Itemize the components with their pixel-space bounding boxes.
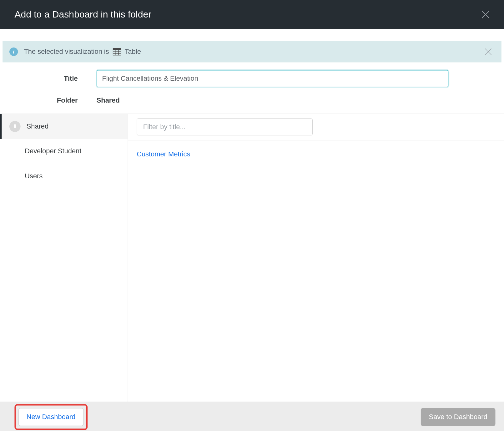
viz-type-label: Table (125, 48, 141, 55)
highlight-annotation: New Dashboard (14, 404, 87, 430)
sidebar-item-shared[interactable]: Shared (0, 114, 128, 139)
new-dashboard-button[interactable]: New Dashboard (18, 408, 84, 426)
dashboard-item[interactable]: Customer Metrics (137, 149, 496, 160)
folder-sidebar: Shared Developer Student Users (0, 114, 128, 402)
title-input[interactable] (97, 70, 449, 87)
dialog-header: Add to a Dashboard in this folder (0, 0, 504, 29)
save-to-dashboard-button[interactable]: Save to Dashboard (421, 408, 496, 426)
title-row: Title (0, 70, 504, 87)
svg-rect-0 (113, 48, 121, 50)
info-prefix: The selected visualization is (24, 48, 109, 55)
info-icon: i (9, 48, 18, 56)
spacer (0, 29, 504, 41)
dismiss-info-icon[interactable] (483, 47, 493, 56)
info-text: The selected visualization is Table (24, 48, 141, 56)
form-section: Title Folder Shared (0, 62, 504, 114)
folder-row: Folder Shared (0, 97, 504, 104)
sidebar-item-users[interactable]: Users (0, 164, 128, 188)
pin-icon (9, 121, 21, 132)
dashboard-list-panel: Customer Metrics (128, 114, 504, 402)
dialog-title: Add to a Dashboard in this folder (14, 9, 151, 20)
title-label: Title (0, 75, 97, 83)
sidebar-item-label: Users (25, 172, 43, 180)
folder-value: Shared (97, 97, 120, 104)
table-icon (113, 48, 121, 56)
folder-label: Folder (0, 97, 97, 104)
filter-input[interactable] (137, 118, 313, 135)
folder-browser: Shared Developer Student Users Customer … (0, 114, 504, 402)
sidebar-item-developer-student[interactable]: Developer Student (0, 139, 128, 164)
dashboard-list: Customer Metrics (128, 141, 504, 402)
add-to-dashboard-dialog: Add to a Dashboard in this folder i The … (0, 0, 504, 431)
svg-rect-1 (113, 50, 121, 56)
close-icon[interactable] (480, 9, 491, 20)
dialog-footer: New Dashboard Save to Dashboard (0, 402, 504, 431)
sidebar-item-label: Shared (27, 123, 48, 130)
info-content: i The selected visualization is Table (9, 48, 141, 56)
svg-rect-7 (15, 126, 15, 128)
info-banner: i The selected visualization is Table (3, 41, 501, 62)
sidebar-item-label: Developer Student (25, 147, 81, 155)
filter-row (128, 114, 504, 141)
